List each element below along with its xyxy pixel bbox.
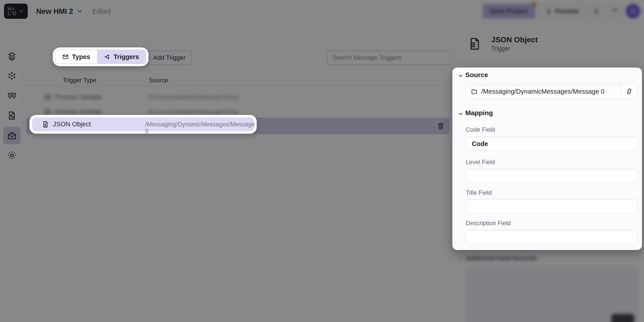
source-path-value: /Messaging/DynamicMessages/Message 0 — [481, 88, 604, 95]
level-field-label: Level Field — [466, 159, 495, 166]
chevron-down-icon[interactable] — [458, 73, 464, 79]
chevron-down-icon[interactable] — [458, 111, 464, 117]
tab-types[interactable]: Types — [56, 50, 97, 64]
source-section-label: Source — [465, 71, 488, 79]
mapping-section-label: Mapping — [465, 109, 493, 117]
title-field-input[interactable] — [466, 199, 638, 214]
source-path-group: /Messaging/DynamicMessages/Message 0 — [466, 84, 638, 99]
code-field-input[interactable] — [466, 137, 638, 151]
types-triggers-toggle: Types Triggers — [55, 50, 146, 64]
section-divider — [452, 105, 642, 105]
title-field-label: Title Field — [466, 190, 492, 196]
trigger-config-card: Source /Messaging/DynamicMessages/Messag… — [452, 68, 642, 250]
folder-icon — [471, 88, 478, 95]
description-field-label: Description Field — [466, 220, 511, 227]
trigger-branch-icon — [104, 54, 110, 60]
trigger-type-cell: JSON Object — [53, 120, 91, 128]
code-field-label: Code Field — [466, 126, 495, 133]
link-source-button[interactable] — [621, 84, 637, 98]
link-icon — [626, 88, 633, 95]
tab-triggers-label: Triggers — [114, 53, 139, 60]
source-cell: /Messaging/DynamicMessages/Message 0 — [145, 121, 255, 135]
mail-icon — [62, 54, 69, 60]
json-file-icon — [42, 121, 49, 128]
description-field-input[interactable] — [466, 230, 638, 244]
tab-types-label: Types — [72, 53, 90, 60]
table-row-json-object[interactable]: JSON Object /Messaging/DynamicMessages/M… — [30, 115, 257, 134]
level-field-input[interactable] — [466, 169, 638, 183]
source-path-field[interactable]: /Messaging/DynamicMessages/Message 0 — [466, 84, 621, 98]
tab-triggers[interactable]: Triggers — [97, 50, 146, 64]
types-triggers-spotlight: Types Triggers — [53, 48, 148, 66]
